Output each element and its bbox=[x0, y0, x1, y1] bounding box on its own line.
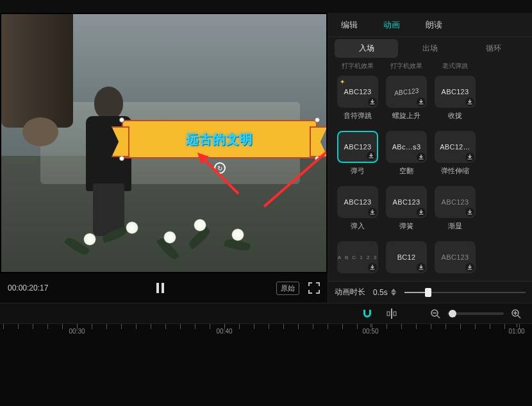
video-preview[interactable]: 远古的文明 ↻ bbox=[1, 14, 326, 272]
download-icon[interactable] bbox=[368, 263, 377, 272]
tab-animation[interactable]: 动画 bbox=[370, 13, 413, 37]
anim-label-6: 弹入 bbox=[337, 221, 378, 231]
text-element-selection[interactable]: 远古的文明 ↻ bbox=[122, 120, 317, 158]
anim-label-5: 弹性伸缩 bbox=[435, 166, 476, 176]
animation-list[interactable]: 打字机效果 打字机效果 老式弹跳 ✦ABC123音符弹跳ABC123螺旋上升AB… bbox=[328, 59, 532, 281]
playback-bar: 00:00:20:17 原始 bbox=[0, 273, 328, 303]
anim-label-0: 音符弹跳 bbox=[337, 111, 378, 121]
download-icon[interactable] bbox=[417, 263, 426, 272]
svg-line-17 bbox=[518, 316, 520, 318]
timeline-tracks[interactable] bbox=[0, 339, 532, 406]
subtab-out[interactable]: 出场 bbox=[398, 39, 461, 58]
resize-handle-br[interactable] bbox=[315, 156, 320, 161]
svg-rect-10 bbox=[394, 312, 396, 316]
tab-edit[interactable]: 编辑 bbox=[328, 13, 370, 37]
duration-slider[interactable] bbox=[404, 286, 526, 299]
subtab-loop[interactable]: 循环 bbox=[462, 39, 526, 58]
download-icon[interactable] bbox=[465, 153, 474, 162]
anim-label-4: 空翻 bbox=[386, 166, 427, 176]
animation-subtabs: 入场 出场 循环 bbox=[328, 37, 532, 59]
rotate-handle[interactable]: ↻ bbox=[214, 162, 226, 174]
pause-button[interactable] bbox=[156, 283, 165, 293]
anim-cell-3: ABC123弹弓 bbox=[337, 131, 378, 176]
inspector-tabs: 编辑 动画 朗读 bbox=[328, 13, 532, 37]
magnet-tool-icon[interactable] bbox=[360, 307, 374, 321]
zoom-out-icon[interactable] bbox=[428, 307, 442, 321]
zoom-in-icon[interactable] bbox=[509, 307, 523, 321]
svg-marker-7 bbox=[391, 292, 396, 296]
anim-thumb-3[interactable]: ABC123 bbox=[337, 131, 378, 163]
anim-cell-8: ABC123渐显 bbox=[435, 186, 476, 231]
anim-thumb-2[interactable]: ABC123 bbox=[435, 76, 476, 108]
ruler-label: 00:30 bbox=[69, 328, 85, 335]
download-icon[interactable] bbox=[465, 208, 474, 217]
anim-label-7: 弹簧 bbox=[386, 221, 427, 231]
preview-pane: 远古的文明 ↻ 00:00:20:17 bbox=[0, 13, 328, 303]
download-icon[interactable] bbox=[368, 97, 377, 106]
anim-cell-2: ABC123收拢 bbox=[435, 76, 476, 121]
fullscreen-button[interactable] bbox=[308, 282, 320, 294]
svg-rect-8 bbox=[391, 309, 392, 319]
anim-thumb-0[interactable]: ✦ABC123 bbox=[337, 76, 378, 108]
tab-read[interactable]: 朗读 bbox=[413, 13, 455, 37]
subtab-in[interactable]: 入场 bbox=[335, 39, 398, 58]
svg-rect-4 bbox=[156, 283, 159, 293]
anim-cell-11: ABC123 bbox=[435, 241, 476, 276]
anim-label-8: 渐显 bbox=[435, 221, 476, 231]
animation-duration-bar: 动画时长 0.5s bbox=[328, 281, 532, 303]
anim-cell-1: ABC123螺旋上升 bbox=[386, 76, 427, 121]
anim-cell-9: A B C 1 2 3 bbox=[337, 241, 378, 276]
anim-thumb-9[interactable]: A B C 1 2 3 bbox=[337, 241, 378, 273]
aspect-ratio-button[interactable]: 原始 bbox=[276, 282, 299, 295]
download-icon[interactable] bbox=[367, 151, 376, 160]
download-icon[interactable] bbox=[368, 208, 377, 217]
anim-thumb-6[interactable]: ABC123 bbox=[337, 186, 378, 218]
download-icon[interactable] bbox=[417, 153, 426, 162]
anim-thumb-7[interactable]: ABC123 bbox=[386, 186, 427, 218]
anim-cell-10: BC12 bbox=[386, 241, 427, 276]
svg-rect-9 bbox=[387, 312, 390, 316]
svg-marker-6 bbox=[391, 289, 396, 292]
resize-handle-tr[interactable] bbox=[315, 117, 320, 123]
anim-thumb-10[interactable]: BC12 bbox=[386, 241, 427, 273]
timeline-ruler[interactable]: 00:3000:4000:5001:00 bbox=[0, 323, 532, 339]
resize-handle-bl[interactable] bbox=[119, 156, 124, 161]
anim-thumb-8[interactable]: ABC123 bbox=[435, 186, 476, 218]
anim-thumb-5[interactable]: ABC12… bbox=[435, 131, 476, 163]
anim-cell-5: ABC12…弹性伸缩 bbox=[435, 131, 476, 176]
download-icon[interactable] bbox=[417, 208, 426, 217]
spark-icon: ✦ bbox=[340, 78, 345, 85]
anim-cell-0: ✦ABC123音符弹跳 bbox=[337, 76, 378, 121]
svg-line-13 bbox=[437, 316, 440, 318]
anim-thumb-1[interactable]: ABC123 bbox=[386, 76, 427, 108]
duration-value: 0.5s bbox=[373, 288, 397, 297]
text-banner[interactable]: 远古的文明 bbox=[122, 120, 317, 158]
split-tool-icon[interactable] bbox=[385, 307, 399, 321]
ruler-label: 00:40 bbox=[216, 328, 232, 335]
top-bar bbox=[0, 0, 532, 13]
duration-step-down[interactable] bbox=[390, 292, 397, 296]
svg-rect-5 bbox=[162, 283, 164, 293]
timecode: 00:00:20:17 bbox=[8, 283, 48, 292]
zoom-slider[interactable] bbox=[447, 312, 504, 315]
anim-cell-7: ABC123弹簧 bbox=[386, 186, 427, 231]
ruler-label: 00:50 bbox=[362, 328, 378, 335]
download-icon[interactable] bbox=[465, 97, 474, 106]
download-icon[interactable] bbox=[465, 263, 474, 272]
anim-label-1: 螺旋上升 bbox=[386, 111, 427, 121]
ruler-label: 01:00 bbox=[508, 328, 524, 335]
text-banner-content[interactable]: 远古的文明 bbox=[186, 131, 253, 148]
anim-cell-4: ABc…s3空翻 bbox=[386, 131, 427, 176]
anim-label-2: 收拢 bbox=[435, 111, 476, 121]
anim-thumb-4[interactable]: ABc…s3 bbox=[386, 131, 427, 163]
cutoff-labels-row: 打字机效果 打字机效果 老式弹跳 bbox=[335, 62, 526, 73]
anim-thumb-11[interactable]: ABC123 bbox=[435, 241, 476, 273]
download-icon[interactable] bbox=[417, 97, 426, 106]
timeline-toolbar bbox=[0, 303, 532, 323]
anim-label-3: 弹弓 bbox=[337, 166, 378, 176]
resize-handle-tl[interactable] bbox=[119, 117, 124, 123]
anim-cell-6: ABC123弹入 bbox=[337, 186, 378, 231]
duration-label: 动画时长 bbox=[335, 287, 365, 298]
inspector-panel: 编辑 动画 朗读 入场 出场 循环 打字机效果 打字机效果 老式弹跳 ✦ABC1… bbox=[328, 13, 532, 303]
